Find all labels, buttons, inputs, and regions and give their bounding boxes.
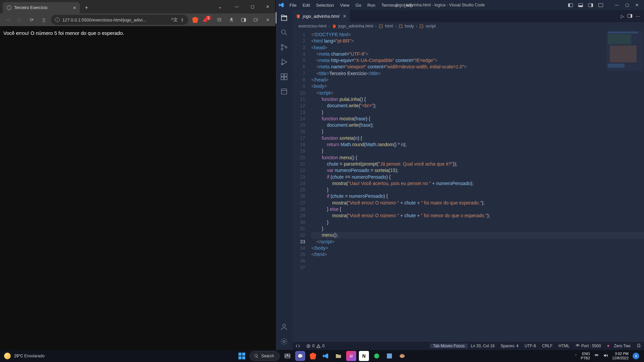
wifi-icon[interactable] — [594, 353, 599, 359]
minimize-button[interactable]: — — [612, 1, 621, 9]
cursor-position[interactable]: Ln 33, Col 16 — [468, 344, 497, 348]
language-indicator[interactable]: ENG PTB2 — [581, 352, 590, 360]
svg-point-27 — [400, 355, 401, 356]
eol[interactable]: CRLF — [539, 344, 555, 348]
task-view-icon[interactable] — [282, 351, 292, 361]
svg-rect-17 — [399, 25, 402, 28]
start-button[interactable] — [237, 351, 247, 361]
code-content[interactable]: <!DOCTYPE html><html lang="pt-BR"><head>… — [311, 30, 644, 342]
dropdown-icon[interactable]: ⌄ — [212, 0, 228, 13]
browser-window-controls: ⌄ — ▢ ✕ — [212, 0, 275, 13]
html-file-icon — [332, 24, 336, 28]
menu-selection[interactable]: Selection — [314, 1, 336, 9]
back-button[interactable]: ◁ — [3, 15, 13, 25]
breadcrumb[interactable]: exercicios-html› jogo_adivinha.html› htm… — [292, 22, 644, 30]
reload-button[interactable]: ⟳ — [27, 15, 37, 25]
bc-script[interactable]: script — [426, 24, 436, 28]
layout-custom-icon[interactable] — [596, 1, 605, 9]
menu-run[interactable]: Run — [365, 1, 378, 9]
notifications-bell-icon[interactable] — [634, 344, 644, 348]
language[interactable]: HTML — [555, 344, 573, 348]
brave-rewards-icon[interactable]: 1 — [202, 15, 212, 25]
windows-taskbar: 29°C Ensolarado Search 💬 IJ N ˄ ENG PTB2… — [0, 350, 644, 362]
clock[interactable]: 3:02 PM 12/8/2022 — [612, 352, 629, 360]
svg-rect-13 — [281, 89, 287, 94]
notion-icon[interactable]: N — [359, 351, 369, 361]
code-editor[interactable]: 1234567891011121314151617181920212223242… — [292, 30, 644, 342]
bc-folder[interactable]: exercicios-html — [299, 24, 326, 28]
volume-icon[interactable] — [603, 353, 608, 359]
encoding[interactable]: UTF-8 — [522, 344, 539, 348]
maximize-button[interactable]: ▢ — [245, 0, 260, 13]
minimap[interactable] — [606, 31, 643, 71]
theme[interactable]: ♥ Zero Two — [604, 344, 634, 348]
bookmark-button[interactable]: ▯ — [39, 15, 49, 25]
menu-view[interactable]: View — [338, 1, 352, 9]
tab-close-icon[interactable]: ✕ — [73, 5, 76, 10]
bc-html[interactable]: html — [385, 24, 393, 28]
svg-rect-18 — [420, 25, 423, 28]
minimize-button[interactable]: — — [229, 0, 245, 13]
new-tab-button[interactable]: + — [82, 3, 91, 12]
layout-right-icon[interactable] — [586, 1, 595, 9]
layout-bottom-icon[interactable] — [576, 1, 585, 9]
editor-tab[interactable]: jogo_adivinha.html ✕ — [292, 10, 350, 22]
html-file-icon — [296, 14, 301, 19]
svg-point-1 — [220, 19, 221, 20]
address-bar[interactable]: i 127.0.0.1:5500/exercicios-html/jogo_ad… — [51, 15, 188, 25]
split-editor-icon[interactable] — [628, 14, 632, 19]
discord-icon[interactable] — [214, 15, 224, 25]
evernote-icon[interactable] — [372, 351, 382, 361]
menu-icon[interactable]: ≡ — [263, 15, 273, 25]
menu-edit[interactable]: Edit — [300, 1, 312, 9]
menu-go[interactable]: Go — [353, 1, 364, 9]
live-server-port[interactable]: Port : 5500 — [573, 344, 604, 348]
extensions-icon[interactable] — [280, 72, 288, 81]
sidepanel-icon[interactable] — [238, 15, 249, 25]
teams-icon[interactable]: 💬 — [295, 351, 305, 361]
run-icon[interactable]: ▷ — [621, 14, 624, 19]
more-icon[interactable]: ⋯ — [636, 14, 640, 19]
svg-point-28 — [402, 354, 403, 355]
remote-icon[interactable] — [292, 342, 303, 350]
vscode-taskbar-icon[interactable] — [321, 351, 331, 361]
extensions-icon[interactable] — [226, 15, 236, 25]
brave-shield-icon[interactable] — [190, 15, 200, 25]
vscode-logo-icon — [278, 2, 284, 8]
brave-taskbar-icon[interactable] — [308, 351, 318, 361]
share-icon[interactable]: ⇪ — [180, 17, 184, 22]
tray-overflow-icon[interactable]: ˄ — [575, 354, 577, 358]
source-control-icon[interactable] — [280, 43, 288, 52]
close-button[interactable]: ✕ — [260, 0, 275, 13]
wallet-icon[interactable] — [251, 15, 261, 25]
live-server-icon[interactable] — [280, 87, 288, 96]
intellij-icon[interactable]: IJ — [346, 351, 356, 361]
paint-icon[interactable] — [397, 351, 407, 361]
tab-close-icon[interactable]: ✕ — [343, 14, 346, 19]
bc-body[interactable]: body — [405, 24, 414, 28]
browser-tab[interactable]: Terceiro Exercício ✕ — [3, 2, 80, 13]
explorer-taskbar-icon[interactable] — [333, 351, 343, 361]
notification-badge[interactable]: 4 — [633, 353, 639, 359]
site-info-icon[interactable]: i — [55, 17, 60, 22]
translate-icon[interactable]: ᴬ文 — [171, 17, 178, 23]
forward-button[interactable]: ▷ — [15, 15, 25, 25]
indent[interactable]: Spaces: 4 — [498, 344, 522, 348]
layout-left-icon[interactable] — [566, 1, 575, 9]
taskbar-search[interactable]: Search — [250, 351, 280, 361]
bc-file[interactable]: jogo_adivinha.html — [338, 24, 373, 28]
account-icon[interactable] — [280, 322, 288, 331]
browser-tabstrip: Terceiro Exercício ✕ + ⌄ — ▢ ✕ — [0, 0, 275, 13]
explorer-icon[interactable] — [280, 13, 288, 22]
problems[interactable]: 0 0 — [303, 342, 327, 350]
search-icon[interactable] — [280, 28, 288, 37]
tab-filename: jogo_adivinha.html — [303, 14, 339, 19]
tab-moves-focus[interactable]: Tab Moves Focus — [430, 344, 468, 348]
settings-gear-icon[interactable] — [280, 337, 288, 346]
weather-widget[interactable]: 29°C Ensolarado — [0, 353, 45, 359]
menu-file[interactable]: File — [287, 1, 299, 9]
close-button[interactable]: ✕ — [633, 1, 641, 9]
app-icon[interactable] — [384, 351, 394, 361]
run-debug-icon[interactable] — [280, 58, 288, 66]
maximize-button[interactable]: ▢ — [623, 1, 631, 9]
